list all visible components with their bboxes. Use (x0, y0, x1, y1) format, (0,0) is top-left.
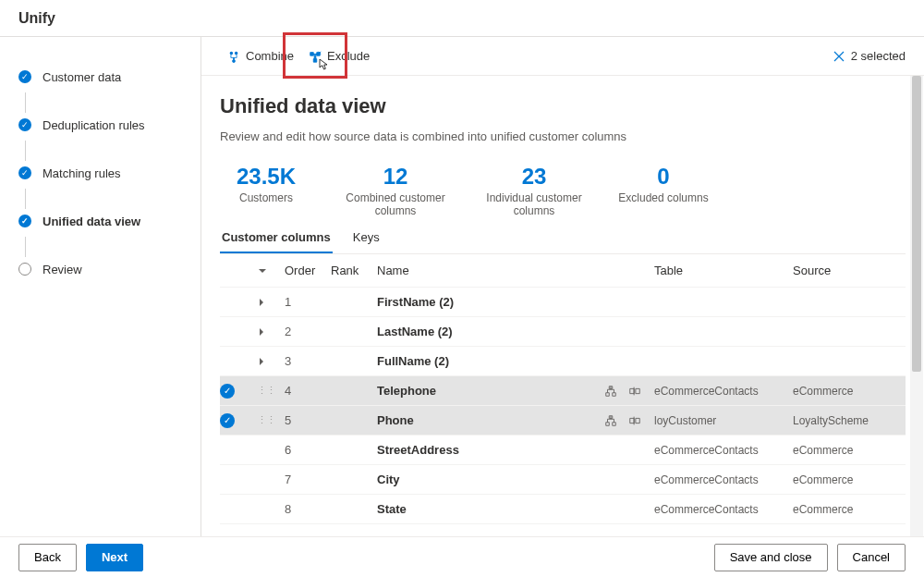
content-area: Unified data view Review and edit how so… (201, 76, 924, 536)
stat-combined: 12 Combined customer columns (340, 164, 451, 217)
col-source: Source (793, 264, 904, 277)
table-row[interactable]: 8StateeCommerceContactseCommerce (220, 495, 906, 524)
step-label: Deduplication rules (43, 118, 145, 132)
sort-toggle[interactable] (257, 265, 285, 276)
page-title: Unified data view (220, 94, 906, 118)
table-row[interactable]: 2LastName (2) (220, 317, 906, 347)
col-name: Name (377, 264, 562, 277)
tab-keys[interactable]: Keys (351, 223, 382, 253)
table-row[interactable]: 3FullName (2) (220, 347, 906, 376)
row-name: FullName (2) (377, 354, 562, 368)
check-icon: ✓ (18, 215, 31, 227)
step-label: Customer data (43, 70, 121, 84)
expand-chevron-icon[interactable] (257, 357, 285, 366)
table-row[interactable]: ✓⋮⋮5PhoneloyCustomerLoyaltyScheme (220, 406, 906, 436)
exclude-icon (309, 50, 322, 63)
table-row[interactable]: 6StreetAddresseCommerceContactseCommerce (220, 436, 906, 465)
table-header: Order Rank Name Table Source (220, 254, 906, 288)
hierarchy-icon[interactable] (604, 414, 617, 427)
row-checkbox[interactable]: ✓ (220, 383, 257, 399)
stat-customers: 23.5K Customers (220, 164, 312, 217)
tabs: Customer columns Keys (220, 223, 906, 254)
row-order: 8 (285, 502, 331, 516)
tab-customer-columns[interactable]: Customer columns (220, 223, 333, 253)
footer: Back Next Save and close Cancel (0, 536, 924, 577)
stat-value: 23 (479, 164, 590, 190)
stat-label: Excluded columns (617, 191, 710, 204)
expand-chevron-icon[interactable] (257, 327, 285, 337)
drag-grip-icon[interactable]: ⋮⋮ (257, 414, 285, 426)
stat-value: 0 (617, 164, 710, 190)
row-name: Telephone (377, 384, 562, 398)
step-unified-view[interactable]: ✓ Unified data view (18, 209, 191, 233)
row-order: 1 (285, 295, 331, 309)
expand-chevron-icon[interactable] (257, 298, 285, 307)
stat-excluded: 0 Excluded columns (617, 164, 710, 217)
check-icon: ✓ (18, 166, 31, 179)
app-title: Unify (18, 10, 55, 27)
rename-icon[interactable] (628, 414, 641, 427)
check-icon: ✓ (220, 384, 235, 399)
row-name: City (377, 473, 562, 486)
row-table: loyCustomer (654, 414, 793, 427)
combine-icon (227, 50, 240, 63)
check-icon: ✓ (220, 413, 235, 428)
app-header: Unify (0, 0, 924, 37)
table-row[interactable]: ✓⋮⋮4TelephoneeCommerceContactseCommerce (220, 376, 906, 406)
col-rank: Rank (331, 264, 377, 277)
exclude-label: Exclude (327, 49, 370, 63)
row-table: eCommerceContacts (654, 444, 793, 457)
row-name: FirstName (2) (377, 295, 562, 309)
exclude-button[interactable]: Exclude (301, 43, 377, 68)
steps-sidebar: ✓ Customer data ✓ Deduplication rules ✓ … (0, 37, 201, 536)
row-source: eCommerce (793, 444, 904, 457)
step-matching[interactable]: ✓ Matching rules (18, 161, 191, 185)
row-name: StreetAddress (377, 443, 562, 457)
save-and-close-button[interactable]: Save and close (714, 544, 828, 571)
step-customer-data[interactable]: ✓ Customer data (18, 65, 191, 89)
step-connector (25, 92, 191, 113)
stat-individual: 23 Individual customer columns (479, 164, 590, 217)
close-icon[interactable] (833, 50, 845, 63)
row-checkbox[interactable]: ✓ (220, 412, 257, 428)
table-body: 1FirstName (2)2LastName (2)3FullName (2)… (220, 288, 906, 524)
row-name: LastName (2) (377, 325, 562, 338)
step-deduplication[interactable]: ✓ Deduplication rules (18, 113, 191, 137)
row-table: eCommerceContacts (654, 503, 793, 516)
cancel-button[interactable]: Cancel (837, 544, 906, 571)
row-source: LoyaltyScheme (793, 414, 904, 427)
step-label: Unified data view (43, 215, 140, 228)
row-order: 7 (285, 473, 331, 486)
table-row[interactable]: 7CityeCommerceContactseCommerce (220, 465, 906, 495)
stats-row: 23.5K Customers 12 Combined customer col… (220, 164, 906, 217)
row-order: 4 (285, 384, 331, 398)
scrollbar-thumb[interactable] (912, 76, 921, 372)
stat-label: Combined customer columns (340, 191, 451, 217)
stat-value: 23.5K (220, 164, 312, 190)
next-button[interactable]: Next (86, 544, 143, 571)
combine-button[interactable]: Combine (220, 43, 301, 68)
hierarchy-icon[interactable] (604, 385, 617, 398)
selection-count[interactable]: 2 selected (833, 49, 906, 63)
stat-label: Customers (220, 191, 312, 204)
circle-icon (18, 263, 31, 276)
row-name: Phone (377, 413, 562, 427)
row-source: eCommerce (793, 473, 904, 486)
step-connector (25, 189, 191, 209)
row-order: 3 (285, 354, 331, 368)
scrollbar[interactable] (910, 76, 923, 536)
row-order: 5 (285, 413, 331, 427)
col-table: Table (654, 264, 793, 277)
row-name: State (377, 502, 562, 516)
drag-grip-icon[interactable]: ⋮⋮ (257, 385, 285, 397)
step-review[interactable]: Review (18, 257, 191, 281)
rename-icon[interactable] (628, 385, 641, 398)
row-order: 6 (285, 443, 331, 457)
row-source: eCommerce (793, 503, 904, 516)
back-button[interactable]: Back (18, 544, 77, 571)
table-row[interactable]: 1FirstName (2) (220, 288, 906, 317)
toolbar: Combine Exclude 2 selected (201, 37, 924, 76)
check-icon: ✓ (18, 118, 31, 131)
row-table: eCommerceContacts (654, 473, 793, 486)
combine-label: Combine (246, 49, 294, 63)
